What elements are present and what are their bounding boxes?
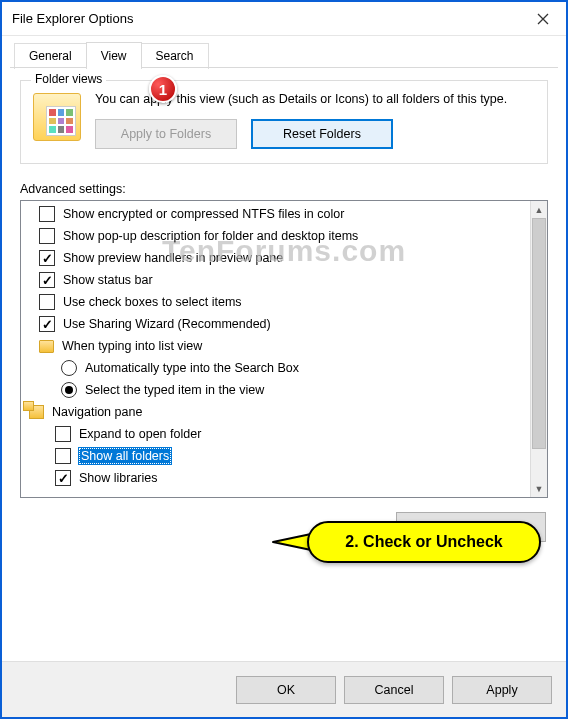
item-label[interactable]: When typing into list view	[62, 339, 202, 353]
close-icon	[537, 13, 549, 25]
restore-defaults-button[interactable]: Restore Defaults	[396, 512, 546, 542]
cancel-button[interactable]: Cancel	[344, 676, 444, 704]
dialog-footer: OK Cancel Apply	[2, 661, 566, 717]
item-label[interactable]: Show encrypted or compressed NTFS files …	[63, 207, 344, 221]
tree-icon	[29, 405, 44, 419]
checkbox[interactable]	[39, 250, 55, 266]
item-label[interactable]: Show preview handlers in preview pane	[63, 251, 283, 265]
item-label[interactable]: Navigation pane	[52, 405, 142, 419]
list-item: Show encrypted or compressed NTFS files …	[25, 203, 530, 225]
apply-to-folders-button: Apply to Folders	[95, 119, 237, 149]
tab-strip: General View Search	[2, 36, 566, 68]
apply-button[interactable]: Apply	[452, 676, 552, 704]
item-label[interactable]: Select the typed item in the view	[85, 383, 264, 397]
folder-views-legend: Folder views	[31, 72, 106, 86]
item-label[interactable]: Use check boxes to select items	[63, 295, 242, 309]
folder-icon	[39, 340, 54, 353]
tab-view[interactable]: View	[86, 42, 142, 68]
checkbox[interactable]	[39, 294, 55, 310]
close-button[interactable]	[520, 2, 566, 36]
checkbox[interactable]	[39, 272, 55, 288]
radio[interactable]	[61, 360, 77, 376]
item-label[interactable]: Use Sharing Wizard (Recommended)	[63, 317, 271, 331]
reset-folders-button[interactable]: Reset Folders	[251, 119, 393, 149]
list-item: Expand to open folder	[25, 423, 530, 445]
ok-button[interactable]: OK	[236, 676, 336, 704]
item-label-selected[interactable]: Show all folders	[79, 448, 171, 464]
checkbox[interactable]	[39, 316, 55, 332]
advanced-settings-label: Advanced settings:	[20, 182, 548, 196]
list-item: Use check boxes to select items	[25, 291, 530, 313]
scroll-track[interactable]	[531, 218, 547, 480]
item-label[interactable]: Show pop-up description for folder and d…	[63, 229, 358, 243]
tab-general[interactable]: General	[14, 43, 87, 69]
list-item: Use Sharing Wizard (Recommended)	[25, 313, 530, 335]
list-item: Show pop-up description for folder and d…	[25, 225, 530, 247]
list-item: Automatically type into the Search Box	[25, 357, 530, 379]
tab-search[interactable]: Search	[141, 43, 209, 69]
window-body: General View Search Folder views You can…	[2, 36, 566, 717]
tab-page-view: Folder views You can apply this view (su…	[2, 68, 566, 661]
folder-views-icon	[33, 93, 81, 141]
list-item: Navigation pane	[25, 401, 530, 423]
checkbox[interactable]	[39, 206, 55, 222]
list-item: Show preview handlers in preview pane	[25, 247, 530, 269]
list-item: Show all folders	[25, 445, 530, 467]
item-label[interactable]: Show libraries	[79, 471, 158, 485]
scroll-down-icon[interactable]: ▼	[531, 480, 547, 497]
checkbox[interactable]	[55, 426, 71, 442]
folder-views-group: Folder views You can apply this view (su…	[20, 80, 548, 164]
window-title: File Explorer Options	[12, 11, 133, 26]
scroll-up-icon[interactable]: ▲	[531, 201, 547, 218]
folder-views-desc: You can apply this view (such as Details…	[95, 91, 535, 107]
advanced-settings-listbox: Show encrypted or compressed NTFS files …	[20, 200, 548, 498]
list-item: When typing into list view	[25, 335, 530, 357]
radio[interactable]	[61, 382, 77, 398]
scroll-thumb[interactable]	[532, 218, 546, 449]
list-item: Show libraries	[25, 467, 530, 489]
item-label[interactable]: Expand to open folder	[79, 427, 201, 441]
list-item: Show status bar	[25, 269, 530, 291]
checkbox[interactable]	[39, 228, 55, 244]
advanced-settings-list[interactable]: Show encrypted or compressed NTFS files …	[21, 201, 530, 497]
titlebar: File Explorer Options	[2, 2, 566, 36]
scrollbar[interactable]: ▲ ▼	[530, 201, 547, 497]
checkbox[interactable]	[55, 448, 71, 464]
item-label[interactable]: Automatically type into the Search Box	[85, 361, 299, 375]
checkbox[interactable]	[55, 470, 71, 486]
list-item: Select the typed item in the view	[25, 379, 530, 401]
item-label[interactable]: Show status bar	[63, 273, 153, 287]
